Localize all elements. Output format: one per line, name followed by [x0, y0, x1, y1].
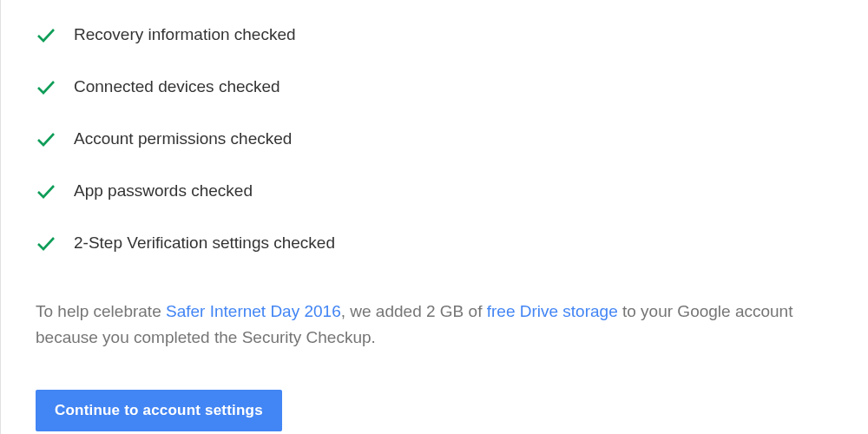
checkmark-icon: [36, 24, 56, 45]
checkmark-icon: [36, 76, 56, 97]
checkmark-icon: [36, 233, 56, 253]
check-label: Recovery information checked: [74, 25, 296, 44]
security-checkup-panel: Recovery information checked Connected d…: [1, 0, 868, 434]
check-label: Account permissions checked: [74, 129, 292, 148]
check-label: Connected devices checked: [74, 77, 280, 96]
free-drive-storage-link[interactable]: free Drive storage: [487, 302, 618, 320]
checkmark-icon: [36, 181, 56, 201]
check-item-two-step: 2-Step Verification settings checked: [36, 233, 833, 253]
check-item-permissions: Account permissions checked: [36, 128, 833, 149]
message-text: , we added 2 GB of: [341, 302, 487, 320]
check-label: 2-Step Verification settings checked: [74, 233, 335, 253]
checkup-list: Recovery information checked Connected d…: [36, 24, 833, 253]
checkmark-icon: [36, 128, 56, 149]
check-item-devices: Connected devices checked: [36, 76, 833, 97]
check-item-app-passwords: App passwords checked: [36, 181, 833, 201]
message-text: To help celebrate: [36, 302, 166, 320]
continue-to-account-settings-button[interactable]: Continue to account settings: [36, 390, 282, 431]
completion-message: To help celebrate Safer Internet Day 201…: [36, 299, 833, 352]
safer-internet-day-link[interactable]: Safer Internet Day 2016: [166, 302, 341, 320]
check-label: App passwords checked: [74, 181, 253, 201]
check-item-recovery: Recovery information checked: [36, 24, 833, 45]
